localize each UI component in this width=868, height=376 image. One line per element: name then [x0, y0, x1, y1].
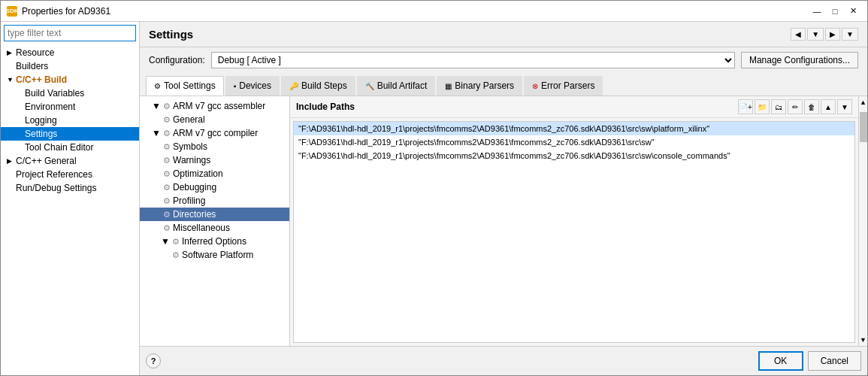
tree-label: Miscellaneous	[173, 223, 230, 233]
gear-icon: ⚙	[163, 183, 171, 193]
tree-item-build-variables[interactable]: Build Variables	[1, 86, 139, 100]
bottom-bar: ? OK Cancel	[140, 346, 867, 375]
build-steps-icon: 🔑	[289, 82, 298, 90]
cancel-button[interactable]: Cancel	[808, 351, 861, 371]
tab-build-steps[interactable]: 🔑 Build Steps	[281, 76, 355, 96]
expand-icon: ▼	[161, 236, 170, 247]
add-workspace-button[interactable]: 📁	[755, 99, 770, 114]
tree-item-label: Tool Chain Editor	[25, 142, 93, 153]
edit-button[interactable]: ✏	[788, 99, 803, 114]
tree-item-label: Build Variables	[25, 88, 84, 99]
include-item[interactable]: "F:\AD9361\hdl-hdl_2019_r1\projects\fmco…	[294, 135, 854, 149]
expand-icon: ▼	[152, 101, 161, 111]
error-parsers-icon: ⊗	[532, 82, 538, 90]
nav-forward-dropdown-button[interactable]: ▼	[842, 28, 858, 41]
filter-input[interactable]	[4, 25, 136, 41]
tree-item-label: C/C++ Build	[16, 74, 67, 85]
expand-arrow: ▶	[7, 157, 14, 165]
devices-icon: ▪	[234, 82, 237, 90]
nav-dropdown-button[interactable]: ▼	[807, 28, 824, 41]
tree-item-resource[interactable]: ▶ Resource	[1, 46, 139, 59]
tree-debugging[interactable]: ⚙ Debugging	[140, 180, 289, 194]
scroll-up-button[interactable]: ▲	[859, 96, 867, 108]
tab-build-artifact[interactable]: 🔨 Build Artifact	[357, 76, 436, 96]
title-bar-left: SDK Properties for AD9361	[7, 6, 110, 17]
close-button[interactable]: ✕	[845, 5, 861, 18]
tree-item-label: Builders	[16, 61, 48, 71]
content-area: ▼ ⚙ ARM v7 gcc assembler ⚙ General ▼ ⚙ A…	[140, 96, 867, 346]
tree-item-logging[interactable]: Logging	[1, 114, 139, 127]
tab-binary-parsers[interactable]: ▦ Binary Parsers	[437, 76, 522, 96]
tree-symbols[interactable]: ⚙ Symbols	[140, 140, 289, 153]
tree-software-platform[interactable]: ⚙ Software Platform	[140, 248, 289, 262]
expand-arrow: ▼	[7, 76, 14, 83]
tab-label: Binary Parsers	[455, 80, 514, 91]
main-content: ▶ Resource Builders ▼ C/C++ Build Build …	[1, 22, 867, 375]
tree-item-settings[interactable]: Settings	[1, 127, 139, 141]
delete-button[interactable]: 🗑	[804, 99, 819, 114]
nav-back-button[interactable]: ◀	[791, 28, 806, 41]
tree-directories[interactable]: ⚙ Directories	[140, 208, 289, 221]
tab-devices[interactable]: ▪ Devices	[225, 76, 280, 96]
tree-item-run-debug-settings[interactable]: Run/Debug Settings	[1, 181, 139, 195]
gear-icon: ⚙	[163, 129, 171, 138]
scroll-down-button[interactable]: ▼	[859, 334, 867, 346]
tab-tool-settings[interactable]: ⚙ Tool Settings	[146, 76, 224, 96]
include-item[interactable]: "F:\AD9361\hdl-hdl_2019_r1\projects\fmco…	[294, 122, 854, 135]
tool-tree: ▼ ⚙ ARM v7 gcc assembler ⚙ General ▼ ⚙ A…	[140, 96, 290, 346]
tree-warnings[interactable]: ⚙ Warnings	[140, 153, 289, 167]
ok-button[interactable]: OK	[758, 351, 803, 371]
gear-icon: ⚙	[172, 250, 180, 260]
left-panel: ▶ Resource Builders ▼ C/C++ Build Build …	[1, 22, 140, 375]
gear-icon: ⚙	[163, 223, 171, 233]
tree-miscellaneous[interactable]: ⚙ Miscellaneous	[140, 221, 289, 235]
tree-label: General	[173, 114, 205, 125]
tree-item-cpp-build[interactable]: ▼ C/C++ Build	[1, 73, 139, 86]
manage-configurations-button[interactable]: Manage Configurations...	[741, 52, 858, 68]
include-title: Include Paths	[296, 102, 355, 112]
tree-general-asm[interactable]: ⚙ General	[140, 113, 289, 126]
add-file-system-button[interactable]: 🗂	[771, 99, 786, 114]
configuration-select[interactable]: Debug [ Active ]	[211, 52, 735, 68]
tree-profiling[interactable]: ⚙ Profiling	[140, 194, 289, 208]
tree-item-builders[interactable]: Builders	[1, 59, 139, 73]
window-controls: — □ ✕	[809, 5, 861, 18]
expand-arrow: ▶	[7, 49, 14, 56]
tree-inferred-options[interactable]: ▼ ⚙ Inferred Options	[140, 235, 289, 248]
window-title: Properties for AD9361	[22, 6, 110, 17]
bottom-left: ?	[146, 353, 161, 368]
scroll-thumb[interactable]	[860, 112, 867, 142]
tree-label: Software Platform	[182, 250, 253, 260]
move-up-button[interactable]: ▲	[821, 99, 836, 114]
tree-item-tool-chain-editor[interactable]: Tool Chain Editor	[1, 141, 139, 154]
tree-label: Directories	[173, 209, 216, 220]
tab-label: Build Artifact	[377, 80, 428, 91]
gear-icon: ⚙	[163, 102, 171, 111]
maximize-button[interactable]: □	[827, 5, 843, 18]
help-button[interactable]: ?	[146, 353, 161, 368]
include-item[interactable]: "F:\AD9361\hdl-hdl_2019_r1\projects\fmco…	[294, 149, 854, 162]
tree-label: ARM v7 gcc assembler	[173, 101, 265, 111]
right-scrollbar: ▲ ▼	[858, 96, 867, 346]
tree-optimization[interactable]: ⚙ Optimization	[140, 167, 289, 180]
bottom-right: OK Cancel	[758, 351, 861, 371]
gear-icon: ⚙	[163, 210, 171, 220]
tree-label: ARM v7 gcc compiler	[173, 128, 258, 138]
tab-error-parsers[interactable]: ⊗ Error Parsers	[524, 76, 603, 96]
tree-item-cpp-general[interactable]: ▶ C/C++ General	[1, 154, 139, 168]
nav-forward-button[interactable]: ▶	[825, 28, 840, 41]
build-artifact-icon: 🔨	[365, 82, 374, 90]
move-down-button[interactable]: ▼	[837, 99, 852, 114]
tree-label: Inferred Options	[182, 236, 246, 247]
tree-item-label: Project References	[16, 169, 92, 180]
minimize-button[interactable]: —	[809, 5, 825, 18]
tree-arm-asm[interactable]: ▼ ⚙ ARM v7 gcc assembler	[140, 99, 289, 113]
tree-item-environment[interactable]: Environment	[1, 100, 139, 114]
config-label: Configuration:	[149, 55, 205, 65]
tree-arm-compiler[interactable]: ▼ ⚙ ARM v7 gcc compiler	[140, 126, 289, 140]
gear-icon: ⚙	[172, 237, 180, 247]
add-path-button[interactable]: 📄+	[738, 99, 753, 114]
tree-item-project-references[interactable]: Project References	[1, 168, 139, 181]
app-icon: SDK	[7, 6, 17, 17]
settings-header: Settings ◀ ▼ ▶ ▼	[140, 22, 867, 47]
